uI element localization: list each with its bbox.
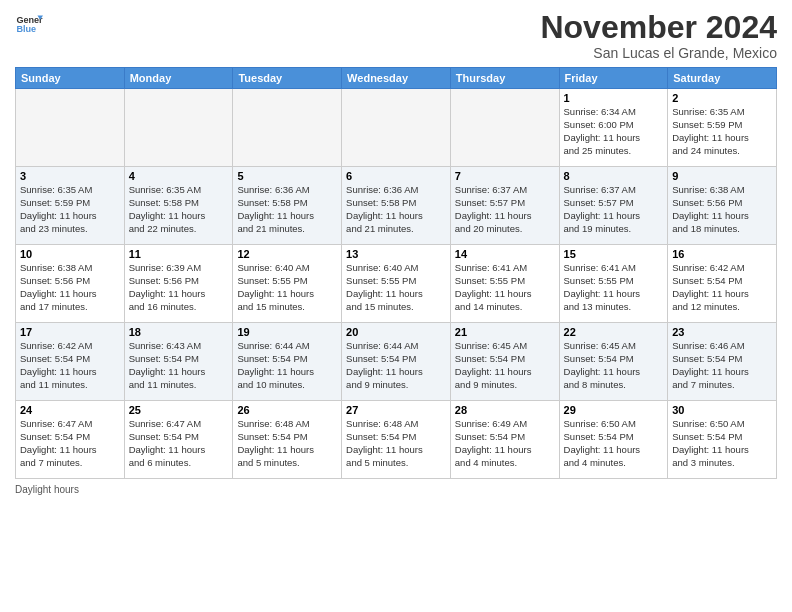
table-row (124, 89, 233, 167)
svg-text:Blue: Blue (16, 24, 36, 34)
day-info: Sunrise: 6:50 AM Sunset: 5:54 PM Dayligh… (564, 418, 664, 469)
table-row: 22Sunrise: 6:45 AM Sunset: 5:54 PM Dayli… (559, 323, 668, 401)
table-row (450, 89, 559, 167)
day-number: 19 (237, 326, 337, 338)
day-number: 25 (129, 404, 229, 416)
day-info: Sunrise: 6:40 AM Sunset: 5:55 PM Dayligh… (346, 262, 446, 313)
day-number: 6 (346, 170, 446, 182)
day-number: 28 (455, 404, 555, 416)
table-row: 26Sunrise: 6:48 AM Sunset: 5:54 PM Dayli… (233, 401, 342, 479)
day-info: Sunrise: 6:46 AM Sunset: 5:54 PM Dayligh… (672, 340, 772, 391)
day-number: 29 (564, 404, 664, 416)
table-row: 24Sunrise: 6:47 AM Sunset: 5:54 PM Dayli… (16, 401, 125, 479)
day-info: Sunrise: 6:48 AM Sunset: 5:54 PM Dayligh… (237, 418, 337, 469)
calendar-header-row: Sunday Monday Tuesday Wednesday Thursday… (16, 68, 777, 89)
footer-note: Daylight hours (15, 484, 79, 495)
day-info: Sunrise: 6:35 AM Sunset: 5:59 PM Dayligh… (672, 106, 772, 157)
day-number: 14 (455, 248, 555, 260)
table-row: 18Sunrise: 6:43 AM Sunset: 5:54 PM Dayli… (124, 323, 233, 401)
footer: Daylight hours (15, 484, 777, 495)
col-monday: Monday (124, 68, 233, 89)
day-number: 2 (672, 92, 772, 104)
calendar-week-row: 1Sunrise: 6:34 AM Sunset: 6:00 PM Daylig… (16, 89, 777, 167)
day-number: 17 (20, 326, 120, 338)
day-info: Sunrise: 6:45 AM Sunset: 5:54 PM Dayligh… (455, 340, 555, 391)
day-number: 12 (237, 248, 337, 260)
day-number: 30 (672, 404, 772, 416)
table-row: 28Sunrise: 6:49 AM Sunset: 5:54 PM Dayli… (450, 401, 559, 479)
day-info: Sunrise: 6:48 AM Sunset: 5:54 PM Dayligh… (346, 418, 446, 469)
table-row: 2Sunrise: 6:35 AM Sunset: 5:59 PM Daylig… (668, 89, 777, 167)
day-info: Sunrise: 6:38 AM Sunset: 5:56 PM Dayligh… (20, 262, 120, 313)
day-number: 23 (672, 326, 772, 338)
day-info: Sunrise: 6:45 AM Sunset: 5:54 PM Dayligh… (564, 340, 664, 391)
table-row: 19Sunrise: 6:44 AM Sunset: 5:54 PM Dayli… (233, 323, 342, 401)
day-info: Sunrise: 6:40 AM Sunset: 5:55 PM Dayligh… (237, 262, 337, 313)
logo-icon: General Blue (15, 10, 43, 38)
day-number: 24 (20, 404, 120, 416)
table-row: 1Sunrise: 6:34 AM Sunset: 6:00 PM Daylig… (559, 89, 668, 167)
day-info: Sunrise: 6:44 AM Sunset: 5:54 PM Dayligh… (237, 340, 337, 391)
day-number: 1 (564, 92, 664, 104)
col-thursday: Thursday (450, 68, 559, 89)
table-row: 8Sunrise: 6:37 AM Sunset: 5:57 PM Daylig… (559, 167, 668, 245)
day-info: Sunrise: 6:49 AM Sunset: 5:54 PM Dayligh… (455, 418, 555, 469)
table-row: 20Sunrise: 6:44 AM Sunset: 5:54 PM Dayli… (342, 323, 451, 401)
day-info: Sunrise: 6:50 AM Sunset: 5:54 PM Dayligh… (672, 418, 772, 469)
day-number: 10 (20, 248, 120, 260)
day-info: Sunrise: 6:36 AM Sunset: 5:58 PM Dayligh… (237, 184, 337, 235)
table-row: 16Sunrise: 6:42 AM Sunset: 5:54 PM Dayli… (668, 245, 777, 323)
day-info: Sunrise: 6:43 AM Sunset: 5:54 PM Dayligh… (129, 340, 229, 391)
table-row (16, 89, 125, 167)
table-row: 10Sunrise: 6:38 AM Sunset: 5:56 PM Dayli… (16, 245, 125, 323)
day-number: 16 (672, 248, 772, 260)
day-number: 18 (129, 326, 229, 338)
table-row (342, 89, 451, 167)
col-tuesday: Tuesday (233, 68, 342, 89)
day-number: 3 (20, 170, 120, 182)
day-number: 27 (346, 404, 446, 416)
day-info: Sunrise: 6:38 AM Sunset: 5:56 PM Dayligh… (672, 184, 772, 235)
table-row: 5Sunrise: 6:36 AM Sunset: 5:58 PM Daylig… (233, 167, 342, 245)
logo: General Blue (15, 10, 43, 38)
day-number: 13 (346, 248, 446, 260)
title-block: November 2024 San Lucas el Grande, Mexic… (540, 10, 777, 61)
table-row: 14Sunrise: 6:41 AM Sunset: 5:55 PM Dayli… (450, 245, 559, 323)
table-row: 6Sunrise: 6:36 AM Sunset: 5:58 PM Daylig… (342, 167, 451, 245)
table-row: 12Sunrise: 6:40 AM Sunset: 5:55 PM Dayli… (233, 245, 342, 323)
day-info: Sunrise: 6:47 AM Sunset: 5:54 PM Dayligh… (129, 418, 229, 469)
calendar-week-row: 10Sunrise: 6:38 AM Sunset: 5:56 PM Dayli… (16, 245, 777, 323)
day-info: Sunrise: 6:42 AM Sunset: 5:54 PM Dayligh… (20, 340, 120, 391)
day-number: 4 (129, 170, 229, 182)
day-number: 22 (564, 326, 664, 338)
day-info: Sunrise: 6:47 AM Sunset: 5:54 PM Dayligh… (20, 418, 120, 469)
table-row: 3Sunrise: 6:35 AM Sunset: 5:59 PM Daylig… (16, 167, 125, 245)
table-row: 17Sunrise: 6:42 AM Sunset: 5:54 PM Dayli… (16, 323, 125, 401)
col-friday: Friday (559, 68, 668, 89)
table-row: 29Sunrise: 6:50 AM Sunset: 5:54 PM Dayli… (559, 401, 668, 479)
day-number: 20 (346, 326, 446, 338)
day-info: Sunrise: 6:41 AM Sunset: 5:55 PM Dayligh… (564, 262, 664, 313)
page-header: General Blue November 2024 San Lucas el … (15, 10, 777, 61)
calendar-table: Sunday Monday Tuesday Wednesday Thursday… (15, 67, 777, 479)
day-number: 7 (455, 170, 555, 182)
month-title: November 2024 (540, 10, 777, 45)
day-info: Sunrise: 6:35 AM Sunset: 5:59 PM Dayligh… (20, 184, 120, 235)
table-row: 15Sunrise: 6:41 AM Sunset: 5:55 PM Dayli… (559, 245, 668, 323)
table-row (233, 89, 342, 167)
day-number: 9 (672, 170, 772, 182)
day-info: Sunrise: 6:44 AM Sunset: 5:54 PM Dayligh… (346, 340, 446, 391)
table-row: 13Sunrise: 6:40 AM Sunset: 5:55 PM Dayli… (342, 245, 451, 323)
table-row: 23Sunrise: 6:46 AM Sunset: 5:54 PM Dayli… (668, 323, 777, 401)
calendar-week-row: 17Sunrise: 6:42 AM Sunset: 5:54 PM Dayli… (16, 323, 777, 401)
day-number: 5 (237, 170, 337, 182)
table-row: 9Sunrise: 6:38 AM Sunset: 5:56 PM Daylig… (668, 167, 777, 245)
table-row: 25Sunrise: 6:47 AM Sunset: 5:54 PM Dayli… (124, 401, 233, 479)
day-number: 8 (564, 170, 664, 182)
day-info: Sunrise: 6:34 AM Sunset: 6:00 PM Dayligh… (564, 106, 664, 157)
table-row: 21Sunrise: 6:45 AM Sunset: 5:54 PM Dayli… (450, 323, 559, 401)
calendar-week-row: 3Sunrise: 6:35 AM Sunset: 5:59 PM Daylig… (16, 167, 777, 245)
day-info: Sunrise: 6:36 AM Sunset: 5:58 PM Dayligh… (346, 184, 446, 235)
day-info: Sunrise: 6:35 AM Sunset: 5:58 PM Dayligh… (129, 184, 229, 235)
day-info: Sunrise: 6:39 AM Sunset: 5:56 PM Dayligh… (129, 262, 229, 313)
